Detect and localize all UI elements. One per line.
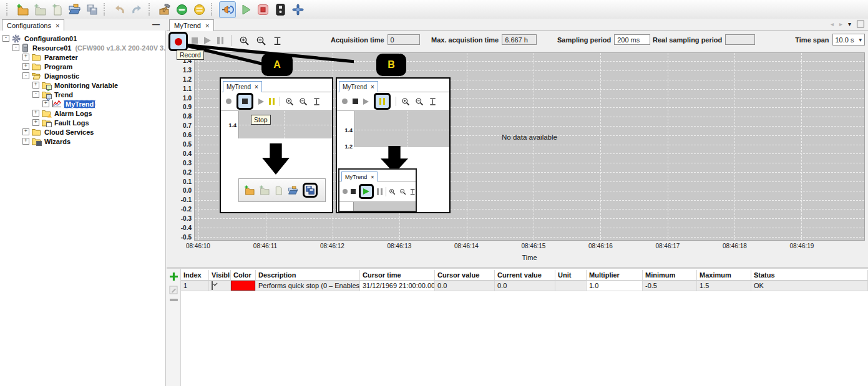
play-icon <box>363 99 369 105</box>
tree-item-program[interactable]: + Program <box>0 62 165 71</box>
color-swatch[interactable] <box>231 281 255 291</box>
column-header[interactable]: Multiplier <box>587 270 643 281</box>
expander-icon[interactable]: - <box>22 72 29 79</box>
stop-button-highlighted <box>237 93 253 110</box>
expander-icon[interactable]: - <box>12 44 19 51</box>
tree-item-resource01[interactable]: - Resource01 (CFW900 v1.8.X 200-240V 3.0… <box>0 43 165 52</box>
new-configuration-icon[interactable] <box>14 2 30 17</box>
inner-toolbar <box>339 181 416 201</box>
trend-toolbar: Acquisition time 0 Max. acquistion time … <box>167 31 868 51</box>
configuration-tree: - Configuration01 - Resource01 (CFW900 v… <box>0 31 166 386</box>
maximize-icon[interactable] <box>857 21 864 27</box>
scroll-left-icon[interactable]: ◂ <box>831 21 834 27</box>
column-header[interactable]: Maximum <box>697 270 751 281</box>
record-icon <box>342 99 348 104</box>
column-header[interactable]: Visible <box>209 270 231 281</box>
max-acquisition-time-label: Max. acquistion time <box>431 36 499 44</box>
series-table-panel: Index Visible Color Description Cursor t… <box>167 267 868 386</box>
tree-item-wizards[interactable]: + Wizards <box>0 137 165 146</box>
callout-a-toolbar <box>221 92 332 110</box>
tree-item-label: Fault Logs <box>53 119 90 127</box>
column-header[interactable]: Unit <box>555 270 587 281</box>
tab-configurations[interactable]: Configurations × <box>2 19 64 31</box>
set-offline-icon[interactable] <box>192 2 207 17</box>
record-button[interactable] <box>168 32 188 51</box>
expander-icon[interactable]: + <box>22 128 29 135</box>
open-icon[interactable] <box>67 2 82 17</box>
tree-item-trend[interactable]: - Trend <box>0 90 165 99</box>
close-icon: × <box>371 174 374 180</box>
column-header[interactable]: Index <box>181 270 209 281</box>
y-tick-label: 1.1 <box>183 85 192 92</box>
close-icon[interactable]: × <box>56 22 59 29</box>
cell-multiplier[interactable]: 1.0 <box>587 281 643 291</box>
scroll-right-icon[interactable]: ▸ <box>839 21 842 27</box>
tree-item-label: Configuration01 <box>23 35 78 42</box>
cell-current-value: 0.0 <box>495 281 555 291</box>
y-tick-label: 0.6 <box>183 132 192 138</box>
expander-icon[interactable]: - <box>32 91 39 98</box>
build-icon[interactable] <box>157 2 172 17</box>
stop-icon[interactable] <box>255 2 271 17</box>
expander-icon[interactable]: - <box>2 35 9 42</box>
network-icon[interactable] <box>290 2 306 17</box>
expander-icon[interactable]: + <box>32 110 39 117</box>
trend-tab-bar: MyTrend × ◂ ▸ ▾ <box>167 19 868 31</box>
expander-icon[interactable]: + <box>32 82 39 89</box>
wizard-folder-icon <box>32 138 41 145</box>
column-header[interactable]: Current value <box>495 270 555 281</box>
sampling-period-field[interactable]: 200 ms <box>614 34 650 45</box>
expander-icon[interactable]: + <box>32 119 39 126</box>
y-tick-label: -0.5 <box>181 234 192 241</box>
run-icon[interactable] <box>238 2 253 17</box>
tree-item-cloud-services[interactable]: + Cloud Services <box>0 127 165 137</box>
tree-item-monitoring-variable[interactable]: + Monitoring Variable <box>0 80 165 90</box>
stop-button <box>192 37 198 44</box>
tree-item-label: Program <box>43 63 74 70</box>
record-icon <box>226 99 232 104</box>
visible-checkbox[interactable] <box>212 281 213 290</box>
gridline <box>195 70 864 71</box>
expander-icon[interactable]: + <box>22 138 29 145</box>
undo-icon <box>112 2 127 17</box>
mytrend-chart-icon <box>52 100 62 108</box>
column-header[interactable]: Color <box>231 270 256 281</box>
tree-item-mytrend[interactable]: + MyTrend <box>0 99 165 109</box>
expander-icon[interactable]: + <box>22 63 29 70</box>
trend-chart-region: 1.41.31.21.11.00.90.80.70.60.50.40.30.20… <box>167 50 868 267</box>
playback-buttons <box>192 33 282 48</box>
set-online-icon[interactable] <box>174 2 190 17</box>
toolbar-separator <box>211 3 215 16</box>
column-header[interactable]: Cursor value <box>435 270 495 281</box>
tree-item-fault-logs[interactable]: + Fault Logs <box>0 118 165 127</box>
sampling-period-group: Sampling period 200 ms <box>557 34 650 46</box>
zoom-out-icon[interactable] <box>256 36 266 46</box>
tab-mytrend-label: MyTrend <box>174 22 201 29</box>
close-icon[interactable]: × <box>205 22 209 29</box>
time-span-select[interactable]: 10.0 s ▾ <box>832 34 866 46</box>
table-row[interactable]: 1 Performs quick stop (0 – Enables quic.… <box>181 281 868 291</box>
max-acquisition-time-field[interactable]: 6.667 h <box>502 34 537 45</box>
expander-icon[interactable]: + <box>42 100 49 107</box>
tab-list-icon[interactable]: ▾ <box>848 21 851 27</box>
expander-icon[interactable]: + <box>22 54 29 60</box>
tree-item-diagnostic[interactable]: - Diagnostic <box>0 71 165 80</box>
power-switch-icon[interactable] <box>273 2 288 17</box>
real-sampling-period-field[interactable] <box>725 34 755 45</box>
add-series-icon[interactable] <box>169 272 178 281</box>
connect-icon[interactable] <box>219 1 236 18</box>
minimize-icon[interactable]: — <box>152 20 160 29</box>
toolbar-divider <box>386 187 386 196</box>
tab-mytrend[interactable]: MyTrend × <box>169 19 214 31</box>
stop-icon <box>351 189 356 194</box>
fit-vertical-icon[interactable] <box>273 36 282 46</box>
tree-item-configuration01[interactable]: - Configuration01 <box>0 34 165 43</box>
tree-item-alarm-logs[interactable]: + Alarm Logs <box>0 109 165 118</box>
column-header[interactable]: Minimum <box>643 270 697 281</box>
acquisition-time-field[interactable]: 0 <box>388 34 420 45</box>
column-header[interactable]: Status <box>751 270 868 281</box>
tree-item-parameter[interactable]: + Parameter <box>0 52 165 62</box>
column-header[interactable]: Description <box>256 270 360 281</box>
column-header[interactable]: Cursor time <box>360 270 435 281</box>
zoom-in-icon[interactable] <box>239 36 250 46</box>
